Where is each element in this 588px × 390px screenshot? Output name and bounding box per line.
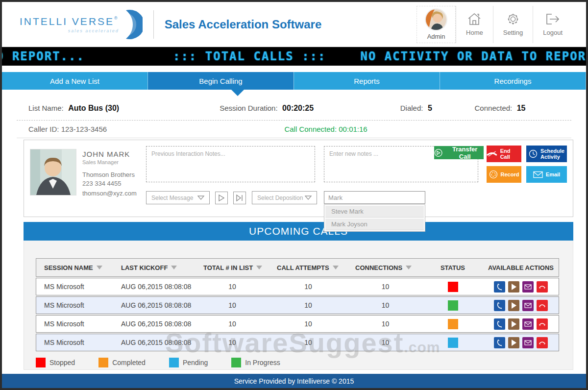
- hangup-action-button[interactable]: [537, 318, 548, 330]
- email-action-button[interactable]: [522, 281, 534, 292]
- logo-swoosh-icon: [116, 9, 143, 40]
- record-icon: [489, 170, 498, 179]
- select-message-label: Select Message: [151, 195, 193, 201]
- home-button[interactable]: Home: [456, 6, 493, 43]
- call-connected-label: Call Connected:: [284, 125, 337, 133]
- legend-stopped: Stopped: [36, 358, 75, 367]
- cell-last-kickoff: AUG 06,2015 08:08:08: [113, 339, 196, 346]
- hangup-icon: [539, 321, 546, 326]
- table-row: MS Microsoft AUG 06,2015 08:08:08 10 10 …: [36, 334, 559, 351]
- hangup-action-button[interactable]: [537, 300, 548, 311]
- col-call-attempts[interactable]: CALL ATTEMPTS: [269, 264, 347, 271]
- caller-id-label: Caller ID:: [28, 125, 59, 133]
- header-divider: [153, 10, 154, 39]
- play-icon: [511, 321, 516, 327]
- list-name-value: Auto Bus (30): [68, 104, 119, 112]
- call-action-button[interactable]: [494, 300, 505, 311]
- contact-name: JOHN MARK: [82, 150, 140, 158]
- hangup-icon: [539, 284, 546, 289]
- hangup-action-button[interactable]: [537, 337, 548, 348]
- sort-icon[interactable]: [256, 266, 262, 269]
- admin-profile[interactable]: Admin: [416, 6, 456, 43]
- list-name-label: List Name:: [28, 104, 64, 112]
- phone-icon: [496, 283, 503, 291]
- table-row: MS Microsoft AUG 06,2015 08:08:08 10 10 …: [36, 315, 559, 333]
- home-icon: [467, 12, 482, 26]
- play-message-button[interactable]: [215, 192, 228, 204]
- setting-button[interactable]: Setting: [493, 6, 533, 43]
- email-action-button[interactable]: [522, 300, 534, 311]
- cell-session-name: MS Microsoft: [36, 283, 113, 291]
- cell-total-in-list: 10: [196, 339, 269, 346]
- call-action-button[interactable]: [494, 318, 505, 330]
- tab-reports[interactable]: Reports: [294, 72, 440, 90]
- cell-call-attempts: 10: [269, 339, 347, 346]
- page-title: Sales Acceleration Software: [165, 18, 322, 31]
- phone-icon: [496, 320, 503, 328]
- upcoming-calls-card: SESSION NAME LAST KICKOFF TOTAL # IN LIS…: [24, 241, 573, 370]
- transfer-icon: [434, 148, 442, 157]
- caller-id-value: 123-123-3456: [61, 125, 107, 133]
- play-icon: [219, 195, 224, 201]
- previous-notes-textarea[interactable]: [146, 146, 315, 182]
- hangup-action-button[interactable]: [537, 281, 548, 292]
- col-session-name[interactable]: SESSION NAME: [36, 264, 113, 271]
- end-call-button[interactable]: End Call: [487, 146, 521, 162]
- transfer-call-button[interactable]: Transfer Call: [434, 146, 484, 159]
- envelope-icon: [524, 303, 532, 308]
- main-tabs: Add a New List Begin Calling Reports Rec…: [2, 72, 586, 90]
- schedule-activity-button[interactable]: ScheduleActivity: [526, 146, 567, 162]
- select-message-dropdown[interactable]: Select Message: [146, 191, 210, 204]
- status-badge: [448, 338, 458, 348]
- transfer-search-input[interactable]: [324, 191, 425, 204]
- sort-icon[interactable]: [171, 266, 177, 269]
- contact-photo: [30, 149, 76, 195]
- cell-last-kickoff: AUG 06,2015 08:08:08: [113, 283, 196, 291]
- caller-info-bar: Caller ID: 123-123-3456 Call Connected: …: [17, 121, 571, 138]
- play-icon: [511, 284, 516, 290]
- led-ticker: O REPORT... ::: TOTAL CALLS ::: NO ACTIV…: [2, 47, 586, 66]
- suggestion-mark-joyson[interactable]: Mark Joyson: [325, 219, 424, 230]
- suggestion-steve-mark[interactable]: Steve Mark: [325, 206, 424, 218]
- logout-icon: [545, 12, 561, 26]
- play-action-button[interactable]: [508, 337, 519, 348]
- sort-icon[interactable]: [333, 266, 339, 269]
- legend-completed: Completed: [98, 358, 146, 367]
- col-total-in-list[interactable]: TOTAL # IN LIST: [196, 264, 269, 271]
- play-action-button[interactable]: [508, 318, 519, 330]
- tab-begin-calling[interactable]: Begin Calling: [148, 72, 294, 90]
- end-call-icon: [487, 150, 497, 158]
- legend-color-in-progress: [231, 358, 241, 367]
- cell-session-name: MS Microsoft: [36, 339, 113, 346]
- email-action-button[interactable]: [522, 337, 534, 348]
- hangup-icon: [539, 340, 546, 345]
- col-connections[interactable]: CONNECTIONS: [347, 264, 423, 271]
- play-action-button[interactable]: [508, 300, 519, 311]
- col-status: STATUS: [423, 264, 482, 271]
- logout-button[interactable]: Logout: [533, 6, 572, 43]
- status-badge: [448, 300, 458, 311]
- sort-icon[interactable]: [406, 266, 412, 269]
- play-action-button[interactable]: [508, 281, 519, 292]
- email-button[interactable]: Email: [526, 166, 567, 183]
- select-disposition-dropdown[interactable]: Select Deposition: [252, 191, 317, 204]
- chevron-down-icon: [305, 195, 312, 200]
- active-tab-arrow: [231, 90, 244, 96]
- tab-add-a-new-list[interactable]: Add a New List: [2, 72, 148, 90]
- app-footer: Service Provided by Intelliverse © 2015: [2, 374, 586, 388]
- ticker-segment-1: O REPORT...: [2, 49, 85, 63]
- tab-recordings[interactable]: Recordings: [440, 72, 586, 90]
- contact-role: Sales Manager: [82, 159, 140, 165]
- call-action-button[interactable]: [494, 337, 505, 348]
- sort-icon[interactable]: [97, 266, 102, 269]
- email-action-button[interactable]: [522, 318, 534, 330]
- col-last-kickoff[interactable]: LAST KICKOFF: [113, 264, 196, 271]
- intelliverse-logo[interactable]: INTELLI VERSE® sales accelerated: [20, 9, 143, 40]
- legend-color-pending: [169, 358, 179, 367]
- select-disposition-label: Select Deposition: [257, 195, 303, 201]
- call-action-button[interactable]: [494, 281, 505, 292]
- logo-tagline: sales accelerated: [20, 28, 119, 33]
- cell-last-kickoff: AUG 06,2015 08:08:08: [113, 301, 196, 309]
- record-button[interactable]: Record: [487, 166, 521, 183]
- skip-message-button[interactable]: [233, 192, 246, 204]
